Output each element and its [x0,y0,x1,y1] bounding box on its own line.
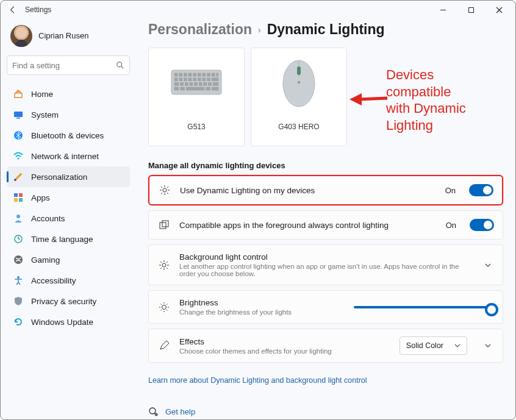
device-label: G513 [187,123,205,131]
nav-apps[interactable]: Apps [7,187,130,208]
nav-personalization[interactable]: Personalization [7,166,130,187]
device-label: G403 HERO [278,123,319,131]
effects-dropdown[interactable]: Solid Color [400,336,467,355]
pen-icon [157,339,171,352]
nav-bluetooth[interactable]: Bluetooth & devices [7,125,130,146]
svg-rect-12 [19,198,23,202]
svg-point-66 [162,263,166,267]
svg-rect-41 [194,82,198,86]
row-subtitle: Choose color themes and effects for your… [179,347,391,355]
close-button[interactable] [485,1,513,19]
svg-point-8 [14,179,16,181]
svg-rect-20 [184,73,187,77]
apps-icon [13,192,24,203]
nav-system[interactable]: System [7,104,130,125]
svg-rect-39 [185,82,188,86]
section-heading: Manage all dynamic lighting devices [148,161,503,170]
svg-point-7 [18,158,20,160]
search-icon [116,61,124,69]
nav-accounts[interactable]: Accounts [7,208,130,229]
svg-rect-10 [19,193,23,197]
profile-name: Ciprian Rusen [38,31,88,40]
breadcrumb-parent[interactable]: Personalization [148,21,252,38]
svg-rect-49 [206,87,210,91]
mouse-icon [273,57,324,108]
row-background-light[interactable]: Background light control Let another app… [148,244,503,285]
minimize-button[interactable] [429,1,457,19]
svg-rect-25 [207,73,210,77]
svg-rect-38 [180,82,184,86]
svg-line-73 [167,310,168,311]
search-box[interactable] [7,55,130,75]
svg-point-2 [117,62,122,67]
row-title: Use Dynamic Lighting on my devices [180,186,437,195]
learn-more-link[interactable]: Learn more about Dynamic Lighting and ba… [148,376,503,385]
nav-gaming[interactable]: Gaming [7,249,130,270]
window-title: Settings [23,5,51,14]
row-effects[interactable]: Effects Choose color themes and effects … [148,329,503,363]
toggle-use-dl[interactable] [469,184,493,196]
nav-network[interactable]: Network & internet [7,146,130,166]
svg-rect-40 [190,82,193,86]
svg-point-16 [17,276,20,279]
svg-line-63 [161,193,162,194]
row-compatible-apps[interactable]: Compatible apps in the foreground always… [148,210,503,240]
svg-rect-32 [193,77,196,81]
nav-home[interactable]: Home [7,84,130,104]
svg-rect-24 [202,73,206,77]
back-button[interactable] [3,1,23,19]
svg-rect-31 [188,77,192,81]
svg-rect-48 [186,87,205,91]
titlebar: Settings [1,1,515,19]
svg-line-72 [161,304,162,305]
shield-icon [13,296,24,307]
get-help-link[interactable]: Get help [148,407,503,416]
svg-rect-23 [198,73,201,77]
svg-rect-22 [193,73,196,77]
svg-rect-42 [199,82,202,86]
profile-block[interactable]: Ciprian Rusen [7,23,130,55]
nav-list: Home System Bluetooth & devices Network … [7,84,130,332]
avatar [10,25,32,47]
row-brightness[interactable]: Brightness Change the brightness of your… [148,290,503,324]
breadcrumb: Personalization › Dynamic Lighting [148,21,503,38]
clock-globe-icon [13,233,24,244]
svg-rect-36 [212,77,218,81]
svg-rect-37 [174,82,179,86]
chevron-down-icon[interactable] [482,342,494,349]
brightness-icon [157,301,171,314]
chevron-down-icon[interactable] [482,262,494,269]
toggle-compat[interactable] [470,219,494,231]
device-card-mouse[interactable]: G403 HERO [251,48,347,146]
svg-rect-44 [208,82,212,86]
svg-line-60 [161,187,162,188]
row-use-dynamic-lighting[interactable]: Use Dynamic Lighting on my devices On [148,175,503,205]
svg-rect-53 [297,66,301,75]
svg-rect-19 [179,73,182,77]
update-icon [13,316,24,327]
toggle-state: On [445,186,456,195]
svg-rect-28 [174,77,178,81]
dropdown-value: Solid Color [406,341,443,350]
brush-icon [13,171,24,182]
sidebar: Ciprian Rusen Home System Bluetooth & de… [1,19,136,419]
svg-rect-50 [212,87,218,91]
svg-rect-11 [14,198,18,202]
bluetooth-icon [13,130,24,141]
help-icon [148,407,158,416]
nav-updates[interactable]: Windows Update [7,311,130,332]
svg-line-62 [167,187,168,188]
row-title: Background light control [179,252,467,262]
nav-accessibility[interactable]: Accessibility [7,270,130,291]
search-input[interactable] [12,61,116,70]
nav-time[interactable]: Time & language [7,229,130,249]
wifi-icon [13,151,24,162]
row-title: Compatible apps in the foreground always… [179,221,437,230]
svg-point-15 [14,255,23,264]
device-card-keyboard[interactable]: G513 [148,48,245,146]
nav-privacy[interactable]: Privacy & security [7,291,130,311]
maximize-button[interactable] [457,1,485,19]
svg-rect-30 [184,77,187,81]
brightness-slider[interactable] [354,301,494,313]
chevron-down-icon [454,343,460,349]
